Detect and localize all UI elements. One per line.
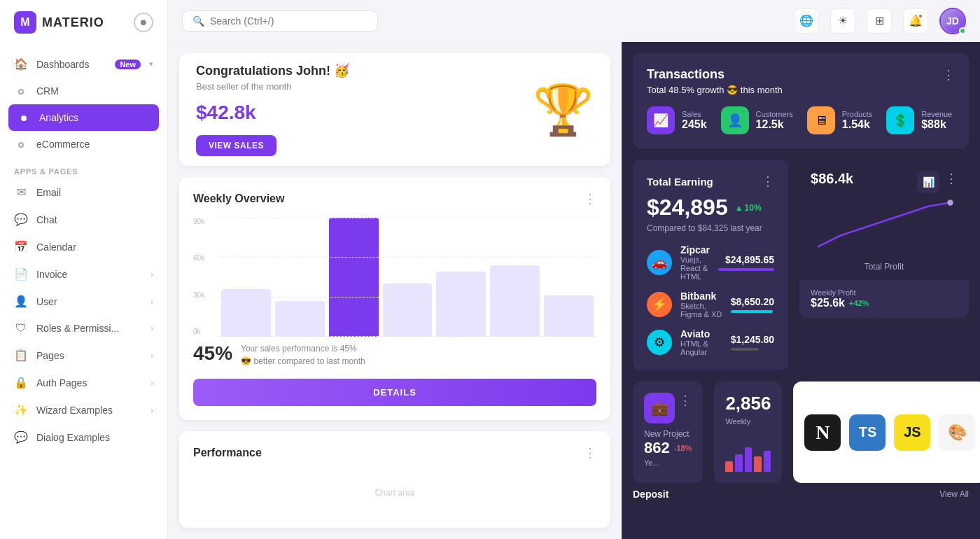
weekly-title: Weekly Overview: [193, 192, 284, 205]
customers-value: 12.5k: [756, 118, 793, 131]
sidebar-item-user[interactable]: 👤 User ›: [0, 288, 167, 315]
weekly-card-header: Weekly Overview ⋮: [193, 191, 596, 206]
congrats-title: Congratulations John! 🥳: [196, 63, 349, 78]
theme-button[interactable]: ☀: [830, 8, 855, 34]
aviato-progress: [731, 348, 759, 351]
num-stat-label: Weekly: [725, 417, 771, 426]
profit-menu-icon[interactable]: ⋮: [945, 171, 958, 193]
new-project-header: 💼 ⋮: [644, 393, 692, 429]
invoice-icon: 📄: [14, 267, 28, 281]
deposit-row: Deposit View All: [633, 489, 969, 500]
zipcar-sub: Vuejs, React & HTML: [680, 255, 710, 281]
notification-button[interactable]: 🔔: [903, 8, 928, 34]
aviato-name: Aviato: [680, 328, 722, 340]
sales-label: Sales: [682, 110, 707, 118]
weekly-menu-icon[interactable]: ⋮: [584, 191, 596, 206]
sidebar-item-dashboards[interactable]: 🏠 Dashboards New ▾: [0, 50, 167, 78]
sidebar-item-roles[interactable]: 🛡 Roles & Permissi... ›: [0, 315, 167, 342]
zipcar-progress: [718, 268, 774, 271]
zipcar-value: $24,895.65: [718, 254, 774, 265]
ecommerce-dot: [14, 138, 28, 150]
total-profit-label: Total Profit: [811, 259, 958, 280]
y-label-30k: 30k: [193, 291, 218, 299]
weekly-profit-value: $25.6k: [811, 297, 845, 309]
perf-menu-icon[interactable]: ⋮: [584, 445, 596, 461]
new-project-menu[interactable]: ⋮: [679, 393, 692, 408]
dialog-icon: 💬: [14, 430, 28, 444]
transactions-card: Transactions Total 48.5% growth 😎 this m…: [633, 53, 969, 148]
online-status-dot: [959, 27, 966, 34]
new-project-icon: 💼: [644, 393, 675, 424]
transactions-menu-icon[interactable]: ⋮: [942, 67, 955, 83]
sidebar-item-crm[interactable]: CRM: [0, 78, 167, 104]
congrats-amount: $42.8k: [196, 102, 349, 124]
search-input[interactable]: [210, 15, 350, 27]
sidebar-item-pages[interactable]: 📋 Pages ›: [0, 342, 167, 369]
weekly-profit-change: +42%: [849, 299, 869, 307]
stat-sales: 📈 Sales 245k: [647, 106, 707, 134]
stat-revenue: 💲 Revenue $88k: [886, 106, 952, 134]
sidebar-item-auth[interactable]: 🔒 Auth Pages ›: [0, 369, 167, 396]
sidebar-item-calendar[interactable]: 📅 Calendar: [0, 233, 167, 260]
total-earning-card: Total Earning ⋮ $24,895 ▲ 10% Compared t…: [633, 160, 788, 370]
stat-customers-info: Customers 12.5k: [756, 110, 793, 131]
profit-area: $86.4k 📊 ⋮: [799, 160, 969, 370]
chart-footer: 45% Your sales performance is 45% 😎 bett…: [193, 342, 596, 368]
sidebar-item-analytics[interactable]: Analytics: [8, 104, 159, 131]
aviato-sub: HTML & Angular: [680, 340, 722, 356]
trophy-icon: 🏆: [533, 85, 594, 134]
sidebar-nav: 🏠 Dashboards New ▾ CRM Analytics eCommer…: [0, 45, 167, 539]
chart-percentage: 45%: [193, 342, 232, 365]
sidebar-item-email[interactable]: ✉ Email: [0, 178, 167, 206]
sidebar-item-wizard[interactable]: ✨ Wizard Examples ›: [0, 396, 167, 424]
sidebar-item-ecommerce[interactable]: eCommerce: [0, 131, 167, 158]
earning-item-zipcar: 🚗 Zipcar Vuejs, React & HTML $24,895.65: [647, 244, 774, 281]
chevron-icon: ›: [150, 379, 153, 387]
record-icon[interactable]: ⏺: [134, 13, 153, 32]
bottom-row: 💼 ⋮ New Project 862 -18% Ye... 2,856 Wee…: [633, 382, 969, 483]
chevron-icon: ›: [150, 270, 153, 279]
new-project-value-row: 862 -18%: [644, 439, 692, 457]
javascript-icon: JS: [894, 414, 930, 451]
left-panel: Congratulations John! 🥳 Best seller of t…: [168, 42, 622, 539]
mini-bar-4: [764, 451, 771, 472]
sidebar-item-chat[interactable]: 💬 Chat: [0, 206, 167, 233]
stat-sales-info: Sales 245k: [682, 110, 707, 131]
revenue-value: $88k: [921, 118, 952, 131]
perf-card-header: Performance ⋮: [193, 445, 596, 461]
bar-chart-icon[interactable]: 📊: [917, 171, 939, 193]
mini-bar-1: [735, 454, 743, 472]
performance-placeholder: Chart area: [193, 472, 596, 514]
pages-icon: 📋: [14, 349, 28, 362]
arrow-up-icon: ▲: [735, 203, 743, 213]
details-button[interactable]: DETAILS: [193, 379, 596, 406]
new-project-sub: Ye...: [644, 458, 692, 467]
main-content: 🔍 🌐 ☀ ⊞ 🔔 JD: [168, 0, 980, 539]
bitbank-value: $8,650.20: [731, 296, 774, 307]
y-axis-labels: 90k 60k 30k 0k: [193, 218, 218, 337]
new-project-card: 💼 ⋮ New Project 862 -18% Ye...: [633, 382, 703, 483]
monitor-icon: 🖥: [815, 113, 827, 128]
bar-4: [436, 272, 486, 337]
earning-menu-icon[interactable]: ⋮: [762, 174, 774, 189]
bars-container: [218, 218, 596, 337]
translate-button[interactable]: 🌐: [794, 8, 819, 34]
earning-item-bitbank: ⚡ Bitbank Sketch, Figma & XD $8,650.20: [647, 290, 774, 318]
sidebar-item-dialog[interactable]: 💬 Dialog Examples: [0, 424, 167, 451]
deposit-view-all[interactable]: View All: [939, 489, 969, 499]
bitbank-logo: ⚡: [647, 292, 672, 317]
num-stat-card: 2,856 Weekly: [714, 382, 782, 483]
chevron-icon: ›: [150, 324, 153, 332]
sun-icon: ☀: [838, 14, 848, 27]
stat-revenue-info: Revenue $88k: [921, 110, 952, 131]
transactions-title: Transactions: [647, 67, 783, 82]
view-sales-button[interactable]: VIEW SALES: [196, 135, 276, 156]
congrats-subtitle: Best seller of the month: [196, 81, 349, 92]
new-project-change: -18%: [674, 444, 692, 452]
app-name: MATERIO: [42, 15, 104, 30]
grid-button[interactable]: ⊞: [867, 8, 892, 34]
search-box[interactable]: 🔍: [182, 10, 378, 31]
performance-card: Performance ⋮ Chart area: [179, 431, 610, 528]
sidebar-item-invoice[interactable]: 📄 Invoice ›: [0, 260, 167, 288]
bar-6: [544, 295, 594, 337]
